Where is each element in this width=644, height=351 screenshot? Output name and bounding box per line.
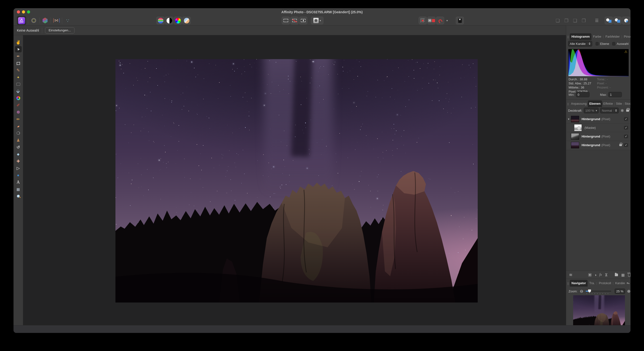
tab-protokoll[interactable]: Protokoll (597, 280, 613, 287)
move-to-back-button[interactable]: ❒ (580, 17, 588, 24)
tab-kanaele[interactable]: Kanäle (614, 280, 626, 287)
snapping-button[interactable] (436, 17, 444, 24)
canvas-area[interactable] (23, 35, 566, 325)
crop-tool[interactable] (15, 60, 22, 66)
layer-visibility-checkbox[interactable]: ✓ (624, 135, 628, 138)
paint-brush-tool[interactable]: ✐ (15, 102, 22, 108)
geometry-subtract-button[interactable] (614, 17, 622, 24)
export-persona-button[interactable]: ∴ (64, 17, 71, 24)
lock-icon[interactable] (620, 144, 622, 146)
selection-toggle-button[interactable] (282, 17, 290, 24)
min-input[interactable] (578, 93, 588, 97)
zoom-tool[interactable] (15, 193, 22, 199)
panel-grip-icon[interactable] (568, 103, 569, 105)
layer-thumbnail[interactable] (571, 133, 579, 140)
tab-stile[interactable]: Stile (615, 100, 623, 107)
flood-select-tool[interactable]: ✦ (15, 74, 22, 80)
max-input[interactable] (610, 93, 620, 97)
tab-histogramm[interactable]: Histogramm (570, 33, 592, 40)
zoom-slider[interactable] (586, 291, 611, 292)
live-filter-icon[interactable]: ⋈ (605, 273, 608, 276)
force-pixel-alignment-button[interactable] (419, 17, 427, 24)
layer-thumbnail[interactable] (571, 142, 579, 148)
develop-persona-button[interactable] (42, 17, 49, 24)
panel-grip-icon[interactable] (568, 36, 569, 38)
lock-icon[interactable] (626, 110, 629, 112)
gear-icon[interactable]: ✻ (620, 108, 624, 113)
warning-icon[interactable]: ⚠ (624, 50, 627, 54)
move-backward-button[interactable]: ❑ (571, 17, 579, 24)
mask-thumbnail[interactable] (574, 125, 582, 131)
dodge-brush-tool[interactable]: ❍ (15, 130, 22, 136)
move-by-whole-pixels-button[interactable]: ➜ (427, 17, 436, 24)
marquee-tool[interactable] (15, 81, 22, 87)
geometry-add-button[interactable] (605, 17, 613, 24)
tab-farbe[interactable]: Farbe (592, 33, 603, 40)
node-tool[interactable]: ▷ (15, 165, 22, 171)
opacity-dropdown[interactable]: 100 % ▾ (584, 108, 599, 113)
zoom-in-button[interactable]: ⊕ (627, 289, 630, 294)
zoom-out-button[interactable]: ⊖ (580, 289, 583, 294)
selection-brush-tool[interactable]: ✎ (15, 67, 22, 73)
tab-effekte[interactable]: Effekte (602, 100, 614, 107)
layer-checkbox[interactable] (596, 42, 599, 46)
tab-stock[interactable]: Stock (624, 100, 630, 107)
tab-transformieren[interactable]: Tra. (588, 280, 596, 287)
mask-layer-row[interactable]: (Maske) ✓ (566, 124, 630, 132)
quick-mask-mode-button[interactable]: ▾ (311, 17, 324, 24)
new-layer-icon[interactable]: ▦ (621, 273, 625, 277)
geometry-divide-button[interactable] (622, 17, 630, 24)
layer-row[interactable]: ▼ Hintergrund (Pixel) ✓ (566, 115, 630, 124)
tab-navigator[interactable]: Navigator (570, 280, 588, 287)
panel-grip-icon[interactable] (568, 282, 569, 285)
alignment-button[interactable]: ☰ (593, 17, 601, 24)
layer-visibility-checkbox[interactable]: ✓ (624, 117, 628, 121)
liquify-persona-button[interactable] (30, 17, 37, 24)
add-adjustment-icon[interactable]: ◑ (594, 273, 596, 277)
photo-persona-button[interactable] (17, 16, 26, 25)
layer-row[interactable]: Hintergrund (Pixel) ✓ (566, 141, 630, 150)
tab-pinsel[interactable]: Pinsel (622, 33, 630, 40)
blend-mode-dropdown[interactable]: Normal (600, 108, 619, 113)
tab-anpassung[interactable]: Anpassung (570, 100, 588, 107)
zoom-slider-handle[interactable] (588, 289, 591, 293)
tab-farbfelder[interactable]: Farbfelder (604, 33, 621, 40)
snapping-options-button[interactable]: ▾ (445, 17, 450, 24)
layer-effects-icon[interactable]: fx (600, 273, 602, 276)
text-tool[interactable]: A (15, 179, 22, 185)
panel-menu-icon[interactable]: ≡▾ (627, 281, 630, 285)
group-folder-icon[interactable] (615, 273, 618, 276)
move-to-front-button[interactable]: ❏ (554, 17, 562, 24)
clone-stamp-tool[interactable]: ♟ (15, 137, 22, 143)
move-tool[interactable]: ➤ (15, 46, 22, 52)
title-bar[interactable]: Affinity Photo - DSC02755.ARW [Geändert]… (14, 8, 630, 16)
auto-contrast-button[interactable] (165, 17, 173, 24)
assistant-button[interactable] (456, 17, 464, 24)
colour-replacement-brush-tool[interactable]: ❁ (15, 109, 22, 115)
ellipse-tool[interactable]: ● (15, 172, 22, 178)
eraser-tool[interactable]: ▰ (15, 123, 22, 129)
gradient-tool[interactable] (15, 95, 22, 101)
auto-levels-button[interactable] (156, 17, 164, 24)
trash-icon[interactable] (628, 273, 630, 277)
auto-colours-button[interactable] (174, 17, 182, 24)
zoom-value-field[interactable]: 25 % (614, 288, 625, 294)
document-view[interactable] (573, 295, 625, 325)
blur-tool[interactable]: ◆ (15, 151, 22, 157)
healing-brush-tool[interactable]: ✚ (15, 158, 22, 164)
layers-stack-icon[interactable]: ≋ (569, 273, 572, 277)
expand-triangle-icon[interactable]: ▼ (568, 118, 570, 120)
layer-visibility-checkbox[interactable]: ✓ (624, 143, 628, 147)
color-picker-tool[interactable]: ✒ (15, 53, 22, 59)
tab-ebenen[interactable]: Ebenen (588, 100, 602, 107)
layer-visibility-checkbox[interactable]: ✓ (624, 126, 628, 130)
selection-checkbox[interactable] (612, 42, 615, 46)
flood-fill-tool[interactable]: ◪ (15, 88, 22, 94)
add-mask-icon[interactable] (588, 273, 591, 276)
layer-row[interactable]: Hintergrund (Pixel) ✓ (566, 132, 630, 141)
undo-brush-tool[interactable]: ↺ (15, 144, 22, 150)
layer-thumbnail[interactable] (571, 116, 579, 122)
deselect-button[interactable] (290, 17, 298, 24)
channel-select[interactable]: Alle Kanäle (568, 41, 592, 47)
settings-button[interactable]: Einstellungen... (45, 27, 74, 34)
